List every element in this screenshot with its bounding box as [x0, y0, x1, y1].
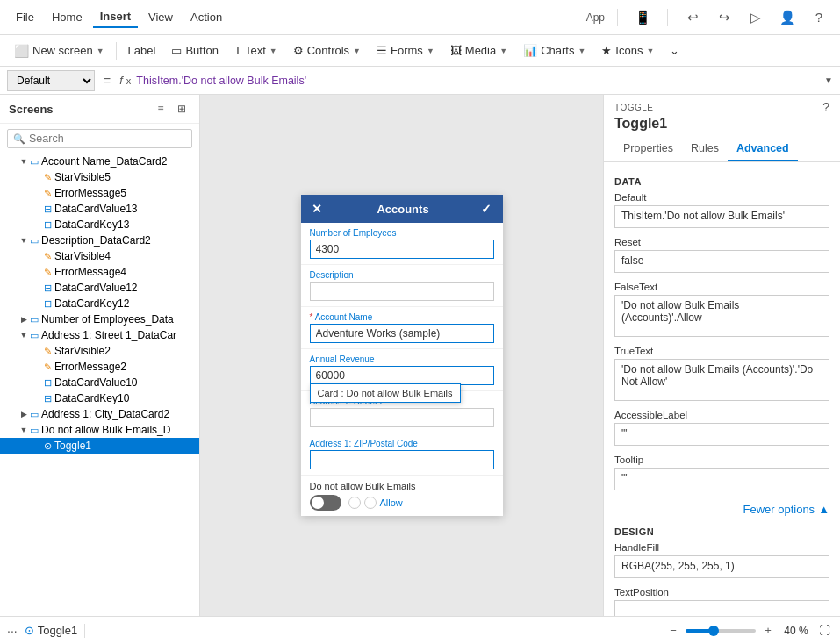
tree-item-starvisible5[interactable]: ✎ StarVisible5: [0, 169, 199, 185]
menu-home[interactable]: Home: [45, 7, 90, 27]
field-value-handlefill[interactable]: RGBA(255, 255, 255, 1): [614, 555, 829, 578]
fullscreen-button[interactable]: ⛶: [815, 622, 833, 640]
errormessage2-label: ErrorMessage2: [54, 361, 126, 373]
panel-title-row: TOGGLE ?: [604, 95, 840, 116]
fewer-options-button[interactable]: Fewer options ▲: [614, 499, 829, 519]
field-value-textposition[interactable]: [614, 600, 829, 616]
forms-caret: ▼: [427, 47, 434, 55]
datacardkey10-label: DataCardKey10: [54, 392, 129, 404]
media-caret: ▼: [499, 47, 507, 55]
tree-expand-city[interactable]: ▶: [18, 408, 30, 420]
field-value-truetext[interactable]: 'Do not allow Bulk Emails (Accounts)'.'D…: [614, 359, 829, 401]
button-button[interactable]: ▭ Button: [164, 41, 226, 60]
field-value-reset[interactable]: false: [614, 250, 829, 273]
field-input-description[interactable]: [310, 282, 494, 301]
field-zip: Address 1: ZIP/Postal Code Card : Do not…: [301, 433, 503, 476]
toggle-option-right[interactable]: [364, 497, 377, 509]
zoom-plus-button[interactable]: +: [759, 622, 777, 640]
more-button[interactable]: ⌄: [663, 41, 686, 60]
play-icon[interactable]: ▷: [743, 5, 768, 30]
toggle-option-left[interactable]: [348, 497, 361, 509]
toggle-switch[interactable]: [310, 495, 341, 511]
zoom-slider-thumb[interactable]: [708, 626, 719, 636]
tree-item-errormessage2[interactable]: ✎ ErrorMessage2: [0, 359, 199, 375]
zoom-slider-track[interactable]: [686, 629, 756, 633]
user-icon[interactable]: 👤: [775, 5, 800, 30]
toolbar: ⬜ New screen ▼ Label ▭ Button T Text ▼ ⚙…: [0, 35, 840, 67]
field-value-accessiblelabel[interactable]: "": [614, 423, 829, 446]
more-options-button[interactable]: ···: [7, 624, 18, 638]
tree-item-address1-city[interactable]: ▶ ▭ Address 1: City_DataCard2: [0, 406, 199, 422]
field-input-revenue[interactable]: [310, 366, 494, 385]
field-input-street2[interactable]: [310, 408, 494, 427]
edit-icon3: ✎: [44, 251, 52, 262]
datacard-icon3: ▭: [30, 314, 39, 326]
forms-button[interactable]: ☰ Forms ▼: [370, 41, 442, 60]
formula-caret[interactable]: ▼: [824, 75, 833, 85]
icons-button[interactable]: ★ Icons ▼: [594, 41, 661, 60]
field-input-zip[interactable]: [310, 450, 494, 469]
field-value-falsetext[interactable]: 'Do not allow Bulk Emails (Accounts)'.Al…: [614, 295, 829, 337]
menu-insert[interactable]: Insert: [93, 6, 138, 28]
text-button[interactable]: T Text ▼: [227, 41, 284, 60]
tree-expand-account-name[interactable]: ▼: [18, 155, 30, 168]
field-input-account-name[interactable]: [310, 324, 494, 343]
field-value-tooltip[interactable]: "": [614, 468, 829, 490]
label-button[interactable]: Label: [121, 41, 163, 60]
panel-help-icon[interactable]: ?: [822, 100, 829, 114]
tab-properties[interactable]: Properties: [614, 137, 682, 161]
address1-street1-label: Address 1: Street 1_DataCar: [41, 329, 176, 341]
phone-icon[interactable]: 📱: [630, 5, 655, 30]
tree-item-account-name[interactable]: ▼ ▭ Account Name_DataCard2: [0, 154, 199, 169]
grid-view-icon[interactable]: ⊞: [173, 100, 190, 118]
property-dropdown[interactable]: Default: [7, 70, 95, 91]
help-icon[interactable]: ?: [807, 5, 831, 30]
field-input-employees[interactable]: [310, 240, 494, 259]
search-input[interactable]: [29, 132, 186, 145]
sidebar: Screens ≡ ⊞ 🔍 ▼ ▭ Account Name_DataCard2: [0, 95, 200, 616]
tree-item-toggle1[interactable]: ⊙ Toggle1: [0, 438, 199, 454]
tree-item-datacardkey13[interactable]: ⊟ DataCardKey13: [0, 217, 199, 233]
tree-expand-emp[interactable]: ▶: [18, 313, 30, 326]
undo-icon[interactable]: ↩: [680, 5, 705, 30]
tree-item-datacardvalue12[interactable]: ⊟ DataCardValue12: [0, 280, 199, 296]
tree-item-errormessage5[interactable]: ✎ ErrorMessage5: [0, 185, 199, 201]
field-label-revenue: Annual Revenue: [310, 354, 494, 364]
tree-item-starvisible2[interactable]: ✎ StarVisible2: [0, 343, 199, 359]
list-view-icon[interactable]: ≡: [152, 100, 169, 118]
controls-button[interactable]: ⚙ Controls ▼: [286, 41, 368, 60]
formula-input[interactable]: [136, 75, 819, 87]
form-check-icon[interactable]: ✓: [481, 202, 492, 216]
description-label: Description_DataCard2: [41, 234, 151, 247]
tree-item-employees[interactable]: ▶ ▭ Number of Employees_Data: [0, 311, 199, 327]
bulk-emails-label: Do not allow Bulk Emails_D: [41, 424, 170, 436]
menu-file[interactable]: File: [9, 7, 41, 27]
tab-rules[interactable]: Rules: [682, 137, 728, 161]
forms-icon: ☰: [377, 44, 387, 57]
tree-item-bulk-emails[interactable]: ▼ ▭ Do not allow Bulk Emails_D: [0, 422, 199, 438]
new-screen-button[interactable]: ⬜ New screen ▼: [7, 41, 111, 61]
charts-icon: 📊: [523, 44, 537, 57]
field-value-default[interactable]: ThisItem.'Do not allow Bulk Emails': [614, 205, 829, 228]
media-button[interactable]: 🖼 Media ▼: [443, 41, 514, 60]
tree-expand-desc[interactable]: ▼: [18, 234, 30, 247]
tab-advanced[interactable]: Advanced: [728, 137, 798, 161]
tree-item-datacardkey12[interactable]: ⊟ DataCardKey12: [0, 296, 199, 311]
tree-item-datacardvalue13[interactable]: ⊟ DataCardValue13: [0, 201, 199, 217]
tree-item-address1-street1[interactable]: ▼ ▭ Address 1: Street 1_DataCar: [0, 327, 199, 343]
tree-item-datacardvalue10[interactable]: ⊟ DataCardValue10: [0, 375, 199, 390]
form-close-icon[interactable]: ✕: [312, 202, 322, 216]
menu-action[interactable]: Action: [183, 7, 229, 27]
tree-expand-addr1[interactable]: ▼: [18, 329, 30, 341]
field-row-falsetext: FalseText 'Do not allow Bulk Emails (Acc…: [614, 282, 829, 337]
menu-view[interactable]: View: [141, 7, 180, 27]
tree-item-datacardkey10[interactable]: ⊟ DataCardKey10: [0, 390, 199, 406]
tree-item-errormessage4[interactable]: ✎ ErrorMessage4: [0, 264, 199, 280]
redo-icon[interactable]: ↪: [712, 5, 736, 30]
tree-expand-bulk[interactable]: ▼: [18, 424, 30, 436]
tree-item-description[interactable]: ▼ ▭ Description_DataCard2: [0, 233, 199, 248]
app-form: ✕ Accounts ✓ Number of Employees Descrip…: [301, 195, 503, 516]
charts-button[interactable]: 📊 Charts ▼: [516, 41, 592, 60]
zoom-minus-button[interactable]: −: [664, 622, 682, 640]
tree-item-starvisible4[interactable]: ✎ StarVisible4: [0, 248, 199, 264]
